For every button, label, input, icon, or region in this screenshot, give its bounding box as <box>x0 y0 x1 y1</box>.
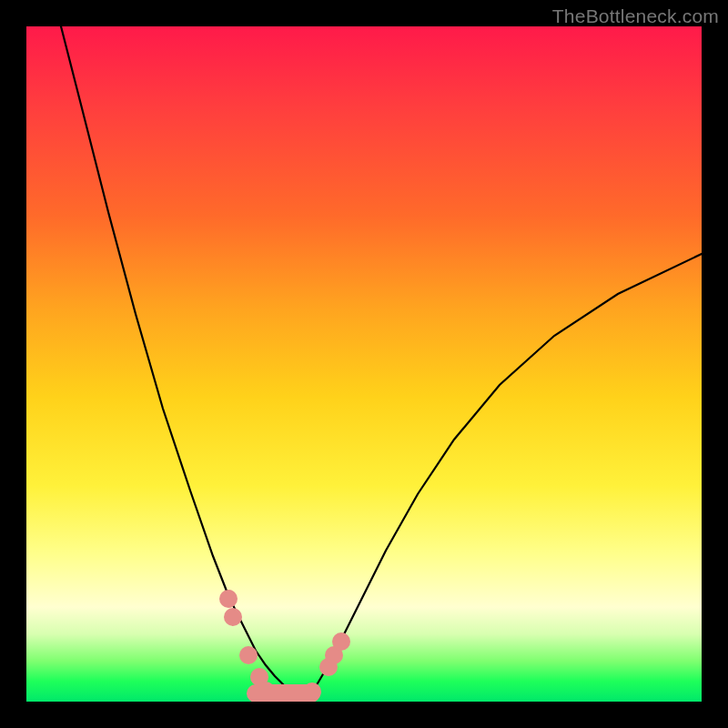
chart-frame: TheBottleneck.com <box>0 0 728 728</box>
plot-gradient-background <box>26 26 702 702</box>
watermark-text: TheBottleneck.com <box>552 5 719 27</box>
